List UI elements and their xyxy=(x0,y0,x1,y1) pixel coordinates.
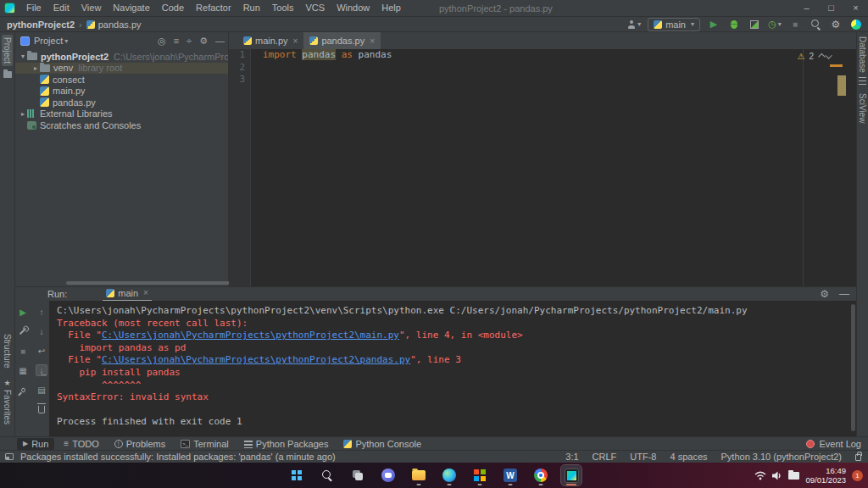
volume-icon[interactable] xyxy=(772,471,782,480)
tab-main-py[interactable]: main.py × xyxy=(237,32,303,49)
tab-pandas-py[interactable]: pandas.py × xyxy=(303,32,381,49)
event-log-button[interactable]: Event Log xyxy=(819,439,861,449)
run-tab-main[interactable]: main × xyxy=(103,287,152,302)
folder-icon[interactable] xyxy=(3,71,12,78)
chevron-right-icon[interactable]: ▸ xyxy=(31,64,40,72)
run-configuration-select[interactable]: main ▾ xyxy=(648,18,700,31)
expand-all-icon[interactable]: ≡ xyxy=(174,36,179,46)
close-icon[interactable]: × xyxy=(143,288,148,297)
menu-help[interactable]: Help xyxy=(376,0,407,16)
taskbar-store-icon[interactable] xyxy=(470,465,490,485)
tray-folder-icon[interactable] xyxy=(788,472,799,480)
tool-stripe-favorites[interactable]: ★Favorites xyxy=(3,379,12,424)
breadcrumb-file[interactable]: pandas.py xyxy=(98,19,142,30)
pin-icon[interactable] xyxy=(17,384,29,396)
scroll-to-end-icon[interactable]: ↓̲ xyxy=(36,364,47,376)
status-indent-style[interactable]: 4 spaces xyxy=(670,452,707,462)
breadcrumb-project[interactable]: pythonProject2 xyxy=(7,19,75,30)
menu-code[interactable]: Code xyxy=(156,0,190,16)
debug-button[interactable] xyxy=(727,18,741,31)
taskbar-chrome-icon[interactable] xyxy=(531,465,551,485)
maximize-button[interactable]: □ xyxy=(819,0,843,17)
console-file-link[interactable]: C:\Users\jonah\PycharmProjects\pythonPro… xyxy=(102,354,410,365)
status-file-encoding[interactable]: UTF-8 xyxy=(630,452,656,462)
project-panel-title[interactable]: Project xyxy=(34,36,63,46)
toolwindow-python-console[interactable]: Python Console xyxy=(337,438,427,450)
taskbar-search-icon[interactable] xyxy=(317,465,337,485)
taskbar-chat-icon[interactable] xyxy=(378,465,398,485)
previous-warning-icon[interactable] xyxy=(818,53,825,59)
tree-item-scratches-and-consoles[interactable]: Scratches and Consoles xyxy=(15,119,228,131)
hide-icon[interactable]: — xyxy=(839,288,849,300)
status-message[interactable]: Packages installed successfully: Install… xyxy=(20,452,336,462)
status-python-interpreter[interactable]: Python 3.10 (pythonProject2) xyxy=(721,452,842,462)
clear-all-icon[interactable] xyxy=(36,403,47,415)
tree-item-external-libraries[interactable]: ▸External Libraries xyxy=(15,108,228,120)
lock-icon[interactable] xyxy=(855,454,861,461)
menu-tools[interactable]: Tools xyxy=(266,0,300,16)
tree-item-venv[interactable]: ▸venvlibrary root xyxy=(15,63,228,75)
code-editor[interactable]: 1 2 3 import pandas as pandas ⚠ 2 xyxy=(229,49,856,286)
taskbar-edge-icon[interactable] xyxy=(439,465,459,485)
up-stack-trace-icon[interactable]: ↑ xyxy=(36,306,47,318)
code-area[interactable]: import pandas as pandas xyxy=(251,49,856,286)
horizontal-scrollbar[interactable] xyxy=(66,281,236,285)
tool-stripe-sciview[interactable]: SciView xyxy=(858,93,867,123)
minimize-button[interactable]: – xyxy=(794,0,819,17)
toolwindow-problems[interactable]: !Problems xyxy=(108,438,171,450)
coverage-button[interactable] xyxy=(748,18,761,31)
chevron-right-icon[interactable]: ▸ xyxy=(19,110,27,118)
settings-button[interactable]: ⚙ xyxy=(829,18,843,31)
toggle-tool-windows-icon[interactable] xyxy=(5,453,14,460)
close-icon[interactable]: × xyxy=(293,36,298,46)
locate-icon[interactable]: ◎ xyxy=(158,36,166,47)
database-icon[interactable] xyxy=(859,77,866,85)
status-line-ending[interactable]: CRLF xyxy=(593,452,617,462)
menu-run[interactable]: Run xyxy=(237,0,266,16)
notification-badge[interactable]: 1 xyxy=(852,470,863,481)
menu-edit[interactable]: Edit xyxy=(47,0,75,16)
toolwindow-todo[interactable]: ≡TODO xyxy=(58,438,104,450)
wifi-icon[interactable] xyxy=(754,471,766,480)
taskbar-clock[interactable]: 16:49 09/01/2023 xyxy=(805,466,846,485)
close-icon[interactable]: × xyxy=(370,36,375,46)
console-scrollbar[interactable] xyxy=(851,304,855,431)
menu-navigate[interactable]: Navigate xyxy=(107,0,155,16)
stop-button[interactable]: ■ xyxy=(788,18,802,31)
tree-item-pythonproject2[interactable]: ▾pythonProject2C:\Users\jonah\PycharmPro… xyxy=(15,51,228,63)
toolwindow-python-packages[interactable]: Python Packages xyxy=(238,438,335,450)
hide-icon[interactable]: — xyxy=(215,36,225,46)
vcs-user-icon[interactable]: ▾ xyxy=(627,18,641,31)
run-button[interactable]: ▶ xyxy=(707,18,721,31)
menu-view[interactable]: View xyxy=(75,0,108,16)
menu-refactor[interactable]: Refactor xyxy=(190,0,237,16)
tool-stripe-project[interactable]: Project xyxy=(2,35,13,66)
search-everywhere-button[interactable] xyxy=(809,18,822,31)
toolwindow-terminal[interactable]: >_Terminal xyxy=(175,438,235,450)
taskbar-start-icon[interactable] xyxy=(287,465,307,485)
inspections-widget[interactable]: ⚠ 2 xyxy=(797,52,832,61)
menu-vcs[interactable]: VCS xyxy=(300,0,331,16)
menu-file[interactable]: File xyxy=(20,0,47,16)
close-button[interactable]: × xyxy=(843,0,868,17)
settings-icon[interactable]: ⚙ xyxy=(820,288,829,300)
taskbar-word-icon[interactable]: W xyxy=(500,465,520,485)
run-console[interactable]: C:\Users\jonah\PycharmProjects\pythonPro… xyxy=(49,301,856,436)
console-file-link[interactable]: C:\Users\jonah\PycharmProjects\pythonPro… xyxy=(102,330,399,341)
tree-item-main-py[interactable]: main.py xyxy=(15,86,228,97)
stop-icon[interactable]: ■ xyxy=(17,345,29,357)
code-with-me-icon[interactable] xyxy=(849,18,863,31)
taskbar-file-explorer-icon[interactable] xyxy=(409,465,429,485)
chevron-down-icon[interactable]: ▾ xyxy=(64,37,68,45)
menu-window[interactable]: Window xyxy=(331,0,376,16)
collapse-all-icon[interactable]: ÷ xyxy=(186,36,192,46)
tool-stripe-structure[interactable]: Structure xyxy=(3,334,12,369)
soft-wrap-icon[interactable]: ↩ xyxy=(36,345,47,357)
print-icon[interactable]: ▤ xyxy=(36,384,47,396)
tree-item-pandas-py[interactable]: pandas.py xyxy=(15,97,228,108)
chevron-down-icon[interactable]: ▾ xyxy=(19,53,27,60)
toolwindow-run[interactable]: ▶Run xyxy=(17,438,54,450)
rerun-icon[interactable]: ▶ xyxy=(17,306,29,318)
taskbar-pycharm-icon[interactable] xyxy=(561,465,581,485)
edit-configuration-icon[interactable] xyxy=(17,325,29,337)
